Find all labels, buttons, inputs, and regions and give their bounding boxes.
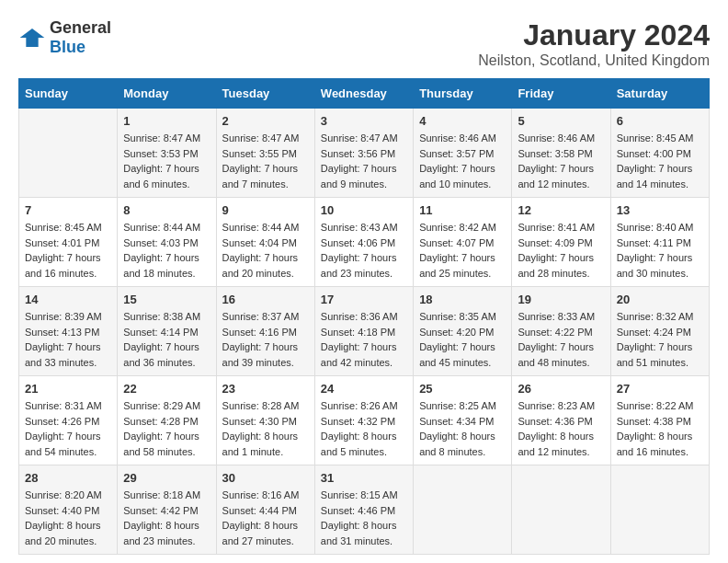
- cell-text: Sunrise: 8:47 AMSunset: 3:55 PMDaylight:…: [222, 132, 300, 190]
- week-row: 28Sunrise: 8:20 AMSunset: 4:40 PMDayligh…: [19, 465, 710, 555]
- day-number: 8: [123, 203, 210, 217]
- header-day: Friday: [512, 79, 610, 109]
- header-day: Sunday: [19, 79, 118, 109]
- day-number: 17: [321, 293, 407, 306]
- cell-text: Sunrise: 8:36 AMSunset: 4:18 PMDaylight:…: [321, 311, 398, 368]
- day-cell: 1Sunrise: 8:47 AMSunset: 3:53 PMDaylight…: [118, 109, 216, 198]
- cell-text: Sunrise: 8:44 AMSunset: 4:04 PMDaylight:…: [222, 222, 300, 279]
- cell-text: Sunrise: 8:43 AMSunset: 4:06 PMDaylight:…: [321, 222, 398, 279]
- day-number: 15: [123, 293, 210, 306]
- day-number: 30: [222, 471, 309, 485]
- day-cell: 25Sunrise: 8:25 AMSunset: 4:34 PMDayligh…: [414, 376, 512, 465]
- cell-text: Sunrise: 8:38 AMSunset: 4:14 PMDaylight:…: [123, 311, 200, 368]
- day-cell: 7Sunrise: 8:45 AMSunset: 4:01 PMDaylight…: [19, 198, 118, 287]
- cell-text: Sunrise: 8:16 AMSunset: 4:44 PMDaylight:…: [222, 489, 300, 546]
- day-cell: 21Sunrise: 8:31 AMSunset: 4:26 PMDayligh…: [19, 376, 118, 465]
- cell-text: Sunrise: 8:40 AMSunset: 4:11 PMDaylight:…: [617, 222, 694, 279]
- cell-text: Sunrise: 8:35 AMSunset: 4:20 PMDaylight:…: [419, 311, 496, 368]
- day-cell: 31Sunrise: 8:15 AMSunset: 4:46 PMDayligh…: [314, 465, 413, 555]
- week-row: 21Sunrise: 8:31 AMSunset: 4:26 PMDayligh…: [19, 376, 710, 465]
- day-number: 22: [123, 382, 210, 396]
- cell-text: Sunrise: 8:46 AMSunset: 3:58 PMDaylight:…: [518, 132, 595, 190]
- cell-text: Sunrise: 8:33 AMSunset: 4:22 PMDaylight:…: [518, 311, 595, 368]
- cell-text: Sunrise: 8:23 AMSunset: 4:36 PMDaylight:…: [518, 400, 595, 457]
- week-row: 1Sunrise: 8:47 AMSunset: 3:53 PMDaylight…: [19, 109, 710, 198]
- cell-text: Sunrise: 8:39 AMSunset: 4:13 PMDaylight:…: [25, 311, 102, 368]
- day-number: 10: [321, 203, 407, 217]
- day-number: 4: [419, 114, 506, 128]
- day-cell: 9Sunrise: 8:44 AMSunset: 4:04 PMDaylight…: [216, 198, 314, 287]
- cell-text: Sunrise: 8:26 AMSunset: 4:32 PMDaylight:…: [321, 400, 398, 457]
- subtitle: Neilston, Scotland, United Kingdom: [478, 52, 710, 69]
- day-cell: 12Sunrise: 8:41 AMSunset: 4:09 PMDayligh…: [512, 198, 610, 287]
- day-number: 18: [419, 293, 506, 306]
- day-cell: 19Sunrise: 8:33 AMSunset: 4:22 PMDayligh…: [512, 287, 610, 376]
- cell-text: Sunrise: 8:45 AMSunset: 4:00 PMDaylight:…: [617, 132, 694, 190]
- cell-text: Sunrise: 8:22 AMSunset: 4:38 PMDaylight:…: [617, 400, 694, 457]
- day-number: 28: [25, 471, 111, 485]
- day-cell: 20Sunrise: 8:32 AMSunset: 4:24 PMDayligh…: [610, 287, 709, 376]
- day-cell: 29Sunrise: 8:18 AMSunset: 4:42 PMDayligh…: [118, 465, 216, 555]
- cell-text: Sunrise: 8:45 AMSunset: 4:01 PMDaylight:…: [25, 222, 102, 279]
- day-cell: 10Sunrise: 8:43 AMSunset: 4:06 PMDayligh…: [314, 198, 413, 287]
- day-number: 27: [617, 382, 703, 396]
- day-cell: 16Sunrise: 8:37 AMSunset: 4:16 PMDayligh…: [216, 287, 314, 376]
- day-cell: 8Sunrise: 8:44 AMSunset: 4:03 PMDaylight…: [118, 198, 216, 287]
- logo-general: General: [50, 18, 111, 37]
- day-cell: 22Sunrise: 8:29 AMSunset: 4:28 PMDayligh…: [118, 376, 216, 465]
- header-day: Saturday: [610, 79, 709, 109]
- logo-text: General Blue: [50, 18, 111, 57]
- day-number: 25: [419, 382, 506, 396]
- cell-text: Sunrise: 8:20 AMSunset: 4:40 PMDaylight:…: [25, 489, 102, 546]
- day-number: 2: [222, 114, 309, 128]
- day-cell: 5Sunrise: 8:46 AMSunset: 3:58 PMDaylight…: [512, 109, 610, 198]
- week-row: 7Sunrise: 8:45 AMSunset: 4:01 PMDaylight…: [19, 198, 710, 287]
- day-cell: 26Sunrise: 8:23 AMSunset: 4:36 PMDayligh…: [512, 376, 610, 465]
- day-cell: 11Sunrise: 8:42 AMSunset: 4:07 PMDayligh…: [414, 198, 512, 287]
- cell-text: Sunrise: 8:46 AMSunset: 3:57 PMDaylight:…: [419, 132, 496, 190]
- cell-text: Sunrise: 8:28 AMSunset: 4:30 PMDaylight:…: [222, 400, 300, 457]
- day-number: 20: [617, 293, 703, 306]
- day-cell: [19, 109, 118, 198]
- day-cell: 28Sunrise: 8:20 AMSunset: 4:40 PMDayligh…: [19, 465, 118, 555]
- cell-text: Sunrise: 8:31 AMSunset: 4:26 PMDaylight:…: [25, 400, 102, 457]
- week-row: 14Sunrise: 8:39 AMSunset: 4:13 PMDayligh…: [19, 287, 710, 376]
- cell-text: Sunrise: 8:18 AMSunset: 4:42 PMDaylight:…: [123, 489, 200, 546]
- day-number: 19: [518, 293, 604, 306]
- day-cell: [512, 465, 610, 555]
- day-number: 26: [518, 382, 604, 396]
- cell-text: Sunrise: 8:25 AMSunset: 4:34 PMDaylight:…: [419, 400, 496, 457]
- cell-text: Sunrise: 8:41 AMSunset: 4:09 PMDaylight:…: [518, 222, 595, 279]
- header: General Blue January 2024 Neilston, Scot…: [18, 18, 710, 69]
- day-number: 3: [321, 114, 407, 128]
- day-number: 9: [222, 203, 309, 217]
- calendar-table: SundayMondayTuesdayWednesdayThursdayFrid…: [18, 78, 710, 555]
- day-cell: 13Sunrise: 8:40 AMSunset: 4:11 PMDayligh…: [610, 198, 709, 287]
- day-cell: 14Sunrise: 8:39 AMSunset: 4:13 PMDayligh…: [19, 287, 118, 376]
- header-day: Thursday: [414, 79, 512, 109]
- logo: General Blue: [18, 18, 111, 57]
- cell-text: Sunrise: 8:32 AMSunset: 4:24 PMDaylight:…: [617, 311, 694, 368]
- cell-text: Sunrise: 8:42 AMSunset: 4:07 PMDaylight:…: [419, 222, 496, 279]
- day-cell: [414, 465, 512, 555]
- svg-marker-0: [20, 29, 45, 47]
- day-cell: 24Sunrise: 8:26 AMSunset: 4:32 PMDayligh…: [314, 376, 413, 465]
- day-cell: 3Sunrise: 8:47 AMSunset: 3:56 PMDaylight…: [314, 109, 413, 198]
- header-row: SundayMondayTuesdayWednesdayThursdayFrid…: [19, 79, 710, 109]
- day-cell: 17Sunrise: 8:36 AMSunset: 4:18 PMDayligh…: [314, 287, 413, 376]
- day-cell: 30Sunrise: 8:16 AMSunset: 4:44 PMDayligh…: [216, 465, 314, 555]
- day-number: 23: [222, 382, 309, 396]
- logo-blue: Blue: [50, 38, 85, 56]
- day-number: 7: [25, 203, 111, 217]
- cell-text: Sunrise: 8:47 AMSunset: 3:53 PMDaylight:…: [123, 132, 200, 190]
- generalblue-logo-icon: [18, 27, 46, 49]
- day-number: 21: [25, 382, 111, 396]
- day-cell: 23Sunrise: 8:28 AMSunset: 4:30 PMDayligh…: [216, 376, 314, 465]
- header-day: Monday: [118, 79, 216, 109]
- day-cell: 15Sunrise: 8:38 AMSunset: 4:14 PMDayligh…: [118, 287, 216, 376]
- header-day: Wednesday: [314, 79, 413, 109]
- main-title: January 2024: [478, 18, 710, 52]
- day-cell: [610, 465, 709, 555]
- day-cell: 2Sunrise: 8:47 AMSunset: 3:55 PMDaylight…: [216, 109, 314, 198]
- day-number: 11: [419, 203, 506, 217]
